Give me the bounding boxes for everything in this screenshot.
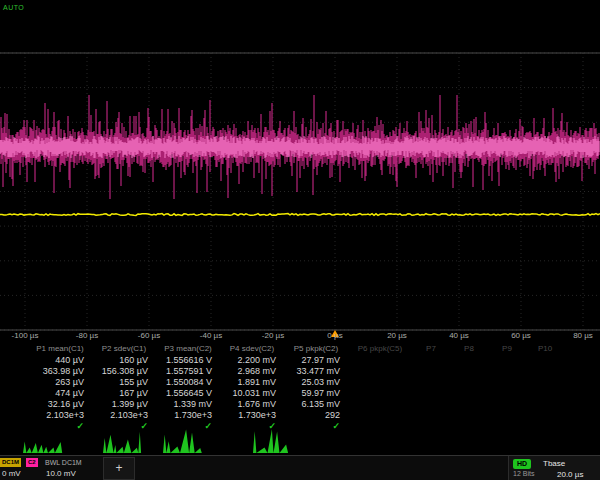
- measure-value: 155 µV: [92, 377, 156, 388]
- time-axis-label: 40 µs: [449, 331, 469, 340]
- measure-value: 474 µV: [28, 388, 92, 399]
- measure-value: [348, 399, 412, 410]
- measure-value: 1.730e+3: [220, 410, 284, 421]
- measure-histicon: [102, 428, 148, 455]
- measure-value: [412, 366, 450, 377]
- time-axis-label: 80 µs: [573, 331, 593, 340]
- measure-value: [412, 355, 450, 366]
- measure-histicon: [162, 428, 208, 455]
- measure-histicon: [252, 428, 298, 455]
- add-trace-button[interactable]: +: [103, 457, 135, 480]
- measure-value: [526, 388, 564, 399]
- measure-value: 2.968 mV: [220, 366, 284, 377]
- measure-header-p2[interactable]: P2 sdev(C1): [92, 343, 156, 355]
- time-axis-label: -20 µs: [262, 331, 284, 340]
- measure-histicon: [22, 428, 68, 455]
- measure-value: 440 µV: [28, 355, 92, 366]
- time-axis-label: -40 µs: [200, 331, 222, 340]
- measure-value: 27.97 mV: [284, 355, 348, 366]
- measure-value: [348, 377, 412, 388]
- measure-value: [450, 388, 488, 399]
- timebase-bits: 12 Bits: [513, 470, 534, 477]
- bottom-bar: DC1M 0 mV C2 BWL DC1M 10.0 mV + HD Tbase…: [0, 455, 600, 480]
- measure-value: [348, 355, 412, 366]
- time-axis-label: 0 µs: [327, 331, 342, 340]
- measure-row: 2.103e+32.103e+31.730e+31.730e+3292: [28, 410, 600, 421]
- channel1-scale: 0 mV: [2, 469, 21, 478]
- measure-value: [450, 355, 488, 366]
- measure-header-p3[interactable]: P3 mean(C2): [156, 343, 220, 355]
- measure-value: 156.308 µV: [92, 366, 156, 377]
- measure-value: 1.557591 V: [156, 366, 220, 377]
- measure-value: 1.399 µV: [92, 399, 156, 410]
- measure-value: 292: [284, 410, 348, 421]
- time-axis-label: -60 µs: [138, 331, 160, 340]
- oscilloscope-screen: AUTO -100 µs-80 µs-60 µs-40 µs-20 µs0 µs…: [0, 0, 600, 480]
- channel2-scale: 10.0 mV: [46, 469, 76, 478]
- measurement-histicons: [0, 428, 600, 455]
- measure-row: 474 µV167 µV1.556645 V10.031 mV59.97 mV: [28, 388, 600, 399]
- measure-value: [488, 366, 526, 377]
- measure-header-p1[interactable]: P1 mean(C1): [28, 343, 92, 355]
- channel1-coupling-chip: DC1M: [0, 458, 21, 467]
- measure-value: 167 µV: [92, 388, 156, 399]
- time-axis-label: 60 µs: [511, 331, 531, 340]
- measure-value: [526, 355, 564, 366]
- measure-value: [526, 366, 564, 377]
- time-axis-label: -100 µs: [12, 331, 39, 340]
- timebase-descriptor[interactable]: HD Tbase 12 Bits 20.0 µs: [508, 456, 600, 480]
- measure-value: 363.98 µV: [28, 366, 92, 377]
- measure-row: 263 µV155 µV1.550084 V1.891 mV25.03 mV: [28, 377, 600, 388]
- measure-value: [488, 388, 526, 399]
- measure-value: 1.556616 V: [156, 355, 220, 366]
- measure-header-p9[interactable]: P9: [488, 343, 526, 355]
- channel2-label-chip: C2: [26, 458, 38, 467]
- measure-value: [412, 410, 450, 421]
- measure-value: [450, 410, 488, 421]
- measure-value: 1.891 mV: [220, 377, 284, 388]
- measure-value: 1.339 mV: [156, 399, 220, 410]
- measure-value: [526, 410, 564, 421]
- measure-header-p5[interactable]: P5 pkpk(C2): [284, 343, 348, 355]
- measure-value: 1.556645 V: [156, 388, 220, 399]
- measure-value: [488, 399, 526, 410]
- measure-row: 440 µV160 µV1.556616 V2.200 mV27.97 mV: [28, 355, 600, 366]
- measure-value: [348, 410, 412, 421]
- time-axis-label: -80 µs: [76, 331, 98, 340]
- measure-header-p4[interactable]: P4 sdev(C2): [220, 343, 284, 355]
- measure-value: [526, 377, 564, 388]
- measure-value: [488, 410, 526, 421]
- measure-value: 1.550084 V: [156, 377, 220, 388]
- measurement-table[interactable]: P1 mean(C1)P2 sdev(C1)P3 mean(C2)P4 sdev…: [28, 343, 600, 432]
- measure-value: 2.103e+3: [28, 410, 92, 421]
- measure-header-p10[interactable]: P10: [526, 343, 564, 355]
- measure-value: 25.03 mV: [284, 377, 348, 388]
- measure-value: [348, 388, 412, 399]
- plus-icon: +: [115, 461, 122, 475]
- timebase-scale: 20.0 µs: [557, 470, 583, 479]
- measure-value: 10.031 mV: [220, 388, 284, 399]
- channel2-coupling: BWL DC1M: [45, 459, 82, 466]
- measure-value: [412, 377, 450, 388]
- measure-row: 363.98 µV156.308 µV1.557591 V2.968 mV33.…: [28, 366, 600, 377]
- measure-value: 2.200 mV: [220, 355, 284, 366]
- time-axis: -100 µs-80 µs-60 µs-40 µs-20 µs0 µs20 µs…: [0, 331, 600, 343]
- timebase-label: Tbase: [543, 459, 565, 468]
- time-axis-label: 20 µs: [387, 331, 407, 340]
- measure-header-p8[interactable]: P8: [450, 343, 488, 355]
- measure-value: [526, 399, 564, 410]
- measure-row: 32.16 µV1.399 µV1.339 mV1.676 mV6.135 mV: [28, 399, 600, 410]
- measure-value: 32.16 µV: [28, 399, 92, 410]
- measure-value: 2.103e+3: [92, 410, 156, 421]
- measure-value: 59.97 mV: [284, 388, 348, 399]
- measure-header-p7[interactable]: P7: [412, 343, 450, 355]
- measure-value: 263 µV: [28, 377, 92, 388]
- measure-value: [450, 399, 488, 410]
- measure-header-row: P1 mean(C1)P2 sdev(C1)P3 mean(C2)P4 sdev…: [28, 343, 600, 355]
- measure-value: [348, 366, 412, 377]
- measure-value: [450, 366, 488, 377]
- trigger-status: AUTO: [3, 4, 24, 11]
- measure-value: 6.135 mV: [284, 399, 348, 410]
- measure-value: [488, 377, 526, 388]
- measure-header-p6[interactable]: P6 pkpk(C5): [348, 343, 412, 355]
